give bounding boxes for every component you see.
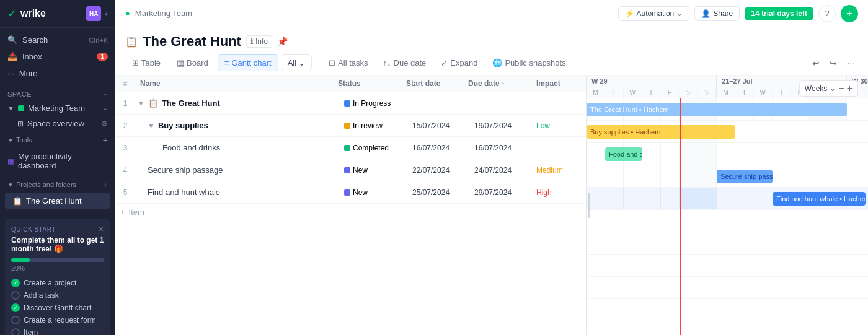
- row-number: 5: [115, 188, 135, 197]
- qs-item-create-request[interactable]: Create a request form: [11, 314, 104, 326]
- gantt-bar-secure-ship[interactable]: Secure ship passage • Hachem: [717, 170, 773, 183]
- table-row[interactable]: 1 ▼ 📋 The Great Hunt In Progress: [115, 92, 586, 115]
- gantt-bar-buy-supplies[interactable]: Buy supplies • Hachem: [587, 125, 735, 139]
- projects-add-icon[interactable]: +: [103, 180, 108, 189]
- info-button[interactable]: ℹ Info: [246, 35, 272, 48]
- status-label: New: [353, 188, 368, 197]
- due-date: 29/07/2024: [474, 188, 536, 197]
- task-name[interactable]: The Great Hunt: [162, 98, 220, 108]
- logo-text: wrike: [20, 8, 46, 19]
- qs-label-custom-field: Item: [24, 328, 38, 335]
- gear-icon[interactable]: ⚙: [101, 120, 108, 128]
- page-header: 📋 The Great Hunt ℹ Info 📌 ⊞ Table ▦ Boar…: [115, 27, 868, 76]
- gantt-row: The Great Hunt • Hachem: [587, 98, 868, 121]
- status-dot: [344, 100, 350, 107]
- task-name[interactable]: Find and hunt whale: [148, 188, 220, 197]
- logo: ✓ wrike: [7, 7, 46, 20]
- table-row[interactable]: 3 Food and drinks Completed 16/07/2024 1…: [115, 137, 586, 159]
- due-date-sort-button[interactable]: ↑↓ Due date: [377, 55, 433, 71]
- day: S: [698, 87, 716, 98]
- gantt-bar-food-drinks[interactable]: Food and drinks • Hachem: [605, 147, 642, 161]
- gantt-cell-weekend: [698, 165, 717, 187]
- sidebar-item-inbox[interactable]: 📥 Inbox 1: [0, 48, 115, 65]
- sidebar-item-great-hunt[interactable]: 📋 The Great Hunt: [5, 193, 110, 209]
- public-snapshots-button[interactable]: 🌐 Public snapshots: [486, 55, 572, 71]
- task-name[interactable]: Food and drinks: [162, 143, 220, 152]
- quick-start-description: Complete them all to get 1 month free! 🎁: [11, 236, 104, 253]
- toolbar-more-button[interactable]: ···: [843, 56, 858, 71]
- quick-start-close-button[interactable]: ✕: [98, 225, 104, 233]
- qs-item-discover-gantt[interactable]: ✓ Discover Gantt chart: [11, 302, 104, 314]
- redo-button[interactable]: ↪: [826, 56, 841, 71]
- zoom-out-button[interactable]: −: [838, 83, 844, 94]
- gantt-body: The Great Hunt • Hachem: [587, 98, 868, 335]
- gantt-bar-label: The Great Hunt • Hachem: [590, 106, 669, 113]
- chevron-down-icon[interactable]: ▼: [148, 122, 154, 129]
- expand-button[interactable]: ⤢ Expand: [435, 55, 484, 71]
- week-29-days: M T W T F S S: [587, 87, 716, 98]
- gantt-view-button[interactable]: ≡ Gantt chart: [218, 54, 278, 71]
- zoom-in-button[interactable]: +: [847, 83, 852, 94]
- qs-check-create-request: [11, 316, 20, 324]
- gantt-cell: [847, 98, 868, 120]
- chevron-down-icon[interactable]: ▼: [138, 100, 144, 107]
- progress-bar: [11, 258, 104, 262]
- day: F: [660, 87, 679, 98]
- task-name[interactable]: Secure ship passage: [148, 165, 223, 175]
- topbar: ● Marketing Team ⚡ Automation ⌄ 👤 Share …: [115, 0, 868, 27]
- qs-item-custom-field[interactable]: Item: [11, 326, 104, 335]
- global-add-button[interactable]: +: [841, 5, 858, 22]
- row-number: 3: [115, 144, 135, 152]
- board-view-button[interactable]: ▦ Board: [170, 54, 215, 71]
- all-dropdown[interactable]: All ⌄: [281, 54, 312, 71]
- gantt-resize-handle[interactable]: [587, 76, 591, 335]
- sidebar-item-my-dashboard[interactable]: ▦ My productivity dashboard: [0, 149, 115, 173]
- table-row[interactable]: 5 Find and hunt whale New 25/07/2024 29/…: [115, 181, 586, 204]
- table-row[interactable]: 2 ▼ Buy supplies In review 15/07/2024 19…: [115, 115, 586, 137]
- qs-item-add-task[interactable]: Add a task: [11, 289, 104, 302]
- sidebar-inbox-label: Inbox: [22, 52, 42, 61]
- status-label: New: [353, 166, 368, 175]
- col-status-header: Status: [338, 79, 406, 88]
- day: S: [679, 87, 698, 98]
- gantt-cell-weekend: [680, 165, 698, 187]
- sidebar-item-space-overview[interactable]: ⊞ Space overview ⚙: [0, 116, 115, 131]
- day: W: [624, 87, 642, 98]
- undo-button[interactable]: ↩: [808, 56, 823, 71]
- toolbar-right: ↩ ↪ ···: [808, 56, 858, 71]
- gantt-empty-row: [587, 255, 868, 277]
- sidebar-item-search[interactable]: 🔍 Search Ctrl+K: [0, 32, 115, 48]
- table-view-button[interactable]: ⊞ Table: [125, 54, 167, 71]
- due-date: 24/07/2024: [474, 166, 536, 175]
- gantt-bar-find-hunt[interactable]: Find and hunt whale • Hachem: [773, 192, 866, 206]
- gantt-cell-weekend: [698, 143, 717, 165]
- sidebar-item-more[interactable]: ··· More: [0, 65, 115, 82]
- gantt-bar-great-hunt[interactable]: The Great Hunt • Hachem: [587, 103, 847, 116]
- automation-button[interactable]: ⚡ Automation ⌄: [618, 6, 690, 21]
- space-options-icon[interactable]: ···: [101, 90, 108, 98]
- avatar[interactable]: HA: [86, 6, 101, 21]
- share-button[interactable]: 👤 Share: [694, 6, 740, 21]
- info-label: Info: [255, 37, 268, 46]
- filter-icon: ⊡: [329, 58, 335, 67]
- gantt-label: Gantt chart: [231, 58, 271, 67]
- help-button[interactable]: ?: [818, 5, 836, 22]
- qs-check-custom-field: [11, 328, 20, 335]
- row-name: Secure ship passage: [135, 165, 344, 175]
- row-number: 4: [115, 166, 135, 175]
- qs-check-discover-gantt: ✓: [11, 303, 20, 312]
- pin-button[interactable]: 📌: [277, 37, 288, 46]
- task-name[interactable]: Buy supplies: [158, 121, 208, 130]
- sidebar-item-marketing-team[interactable]: ▼ Marketing Team ⌄: [0, 100, 115, 116]
- all-tasks-filter-button[interactable]: ⊡ All tasks: [322, 55, 374, 71]
- table-row[interactable]: 4 Secure ship passage New 22/07/2024 24/…: [115, 159, 586, 181]
- qs-item-create-project[interactable]: ✓ Create a project: [11, 277, 104, 289]
- tools-add-icon[interactable]: +: [103, 135, 108, 145]
- gantt-cell: [642, 188, 661, 209]
- gantt-cell: [605, 188, 624, 209]
- add-item-row[interactable]: + Item: [115, 204, 586, 220]
- sidebar-collapse-button[interactable]: ‹: [105, 9, 108, 19]
- share-label: Share: [713, 9, 733, 18]
- gantt-empty-row: [587, 299, 868, 321]
- trial-badge[interactable]: 14 trial days left: [745, 7, 813, 20]
